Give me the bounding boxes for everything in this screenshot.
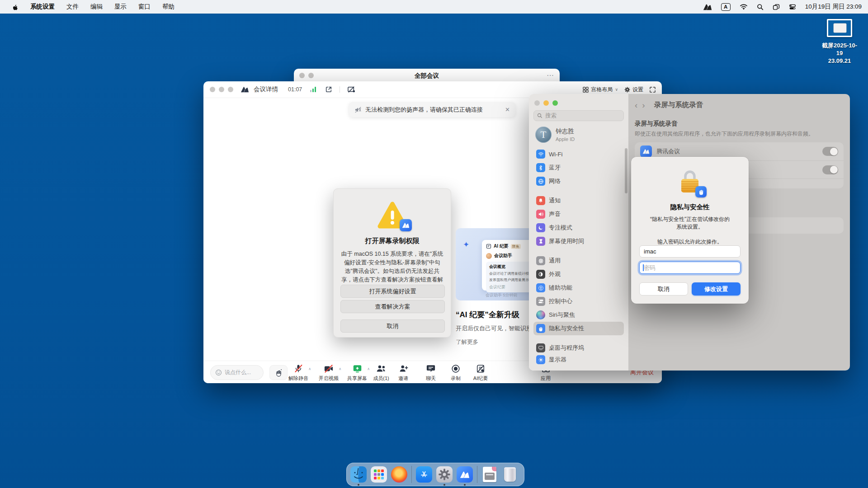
sidebar-item-notifications[interactable]: 通知 — [533, 194, 624, 207]
settings-search-field[interactable] — [533, 110, 624, 121]
desktop-screenshot-file[interactable]: 截屏2025-10-19 23.09.21 — [819, 19, 860, 65]
apple-icon[interactable] — [12, 3, 19, 11]
ai-summary-button[interactable]: AI纪要 — [468, 363, 493, 382]
menu-app-name[interactable]: 系统设置 — [30, 3, 55, 11]
search-input[interactable] — [545, 113, 613, 119]
forward-icon[interactable]: › — [642, 101, 645, 109]
tencent-meeting-status-icon[interactable] — [703, 4, 712, 10]
signal-strength-icon — [310, 87, 316, 92]
globe-icon — [536, 177, 545, 186]
menu-window[interactable]: 窗口 — [138, 3, 151, 11]
sidebar-item-sound[interactable]: 声音 — [533, 207, 624, 221]
dock-firefox[interactable] — [391, 466, 407, 483]
mute-options-caret[interactable]: ∧ — [308, 367, 311, 371]
sidebar-label: Siri与聚焦 — [549, 311, 575, 319]
menu-help[interactable]: 帮助 — [162, 3, 175, 11]
dock-document[interactable] — [481, 466, 498, 483]
tencent-meeting-logo-icon — [241, 86, 249, 93]
members-button[interactable]: 成员(1) — [368, 363, 394, 382]
meeting-settings-button[interactable]: 设置 — [624, 86, 643, 94]
wifi-icon[interactable] — [740, 4, 748, 10]
password-field[interactable] — [639, 262, 741, 274]
all-meetings-titlebar[interactable]: 全部会议 ⋯ — [294, 69, 560, 82]
menu-edit[interactable]: 编辑 — [90, 3, 103, 11]
start-video-button[interactable]: ∧ 开启视频 — [314, 363, 343, 382]
app-store-icon — [416, 466, 432, 483]
meeting-window-title: 会议详情 — [254, 85, 278, 94]
dock-system-settings[interactable] — [436, 466, 453, 483]
zoom-button[interactable] — [552, 100, 558, 106]
fullscreen-icon[interactable] — [650, 87, 656, 93]
sidebar-item-general[interactable]: 通用 — [533, 254, 624, 267]
cancel-button[interactable]: 取消 — [340, 319, 445, 333]
chat-input[interactable]: 说点什么... — [210, 365, 264, 380]
more-icon[interactable]: ⋯ — [547, 71, 554, 80]
finder-icon — [350, 466, 367, 483]
sidebar-label: 辅助功能 — [549, 284, 572, 292]
menu-clock[interactable]: 10月19日 周日 23:09 — [805, 3, 862, 11]
avatar: T — [535, 127, 552, 143]
invite-label: 邀请 — [392, 375, 415, 382]
back-icon[interactable]: ‹ — [635, 101, 637, 109]
sidebar-item-network[interactable]: 网络 — [533, 174, 624, 188]
sidebar-label: 通用 — [549, 257, 561, 265]
minimize-button[interactable] — [219, 87, 224, 92]
dock-finder[interactable] — [350, 466, 367, 483]
sidebar-item-displays[interactable]: 显示器 — [533, 355, 624, 365]
close-button[interactable] — [534, 100, 540, 106]
screenshot-thumbnail[interactable] — [827, 19, 852, 37]
minimize-button[interactable] — [543, 100, 549, 106]
sidebar-item-bluetooth[interactable]: 蓝牙 — [533, 161, 624, 174]
input-method-icon[interactable]: A — [721, 3, 731, 11]
sidebar-item-appearance[interactable]: 外观 — [533, 267, 624, 281]
banner-close-icon[interactable]: ✕ — [505, 106, 510, 113]
sidebar-item-privacy-security[interactable]: 隐私与安全性 — [533, 322, 624, 335]
dock-tencent-meeting[interactable] — [457, 466, 473, 483]
close-button[interactable] — [299, 73, 305, 78]
minimize-button[interactable] — [308, 73, 314, 78]
view-solution-button[interactable]: 查看解决方案 — [340, 300, 445, 313]
share-screen-button[interactable]: ∧ 共享屏幕 — [343, 363, 372, 382]
assistant-name: 会议助手 — [494, 253, 512, 259]
toggle-on[interactable] — [822, 165, 838, 174]
sidebar-item-screentime[interactable]: 屏幕使用时间 — [533, 235, 624, 248]
auth-confirm-button[interactable]: 修改设置 — [692, 282, 741, 296]
dock-divider — [411, 466, 412, 483]
warning-icon — [376, 201, 409, 230]
open-system-preferences-button[interactable]: 打开系统偏好设置 — [340, 285, 445, 298]
close-button[interactable] — [210, 87, 215, 92]
tencent-meeting-badge-icon — [400, 219, 412, 231]
unmute-button[interactable]: ∧ 解除静音 — [284, 363, 313, 382]
sidebar-item-control-center[interactable]: 控制中心 — [533, 295, 624, 308]
sidebar-item-focus[interactable]: 专注模式 — [533, 221, 624, 235]
sidebar-item-desktop-dock[interactable]: 桌面与程序坞 — [533, 341, 624, 355]
chat-button[interactable]: 聊天 — [420, 363, 442, 382]
screenshot-name-line2: 23.09.21 — [819, 57, 860, 65]
windows-icon[interactable] — [773, 4, 780, 10]
zoom-button[interactable] — [228, 87, 233, 92]
control-center-icon[interactable] — [789, 4, 796, 10]
dock-launchpad[interactable] — [371, 466, 387, 483]
auth-cancel-button[interactable]: 取消 — [639, 282, 688, 296]
menu-file[interactable]: 文件 — [66, 3, 79, 11]
pop-out-icon[interactable] — [325, 86, 332, 93]
dock-app-store[interactable] — [416, 466, 432, 483]
sidebar-item-accessibility[interactable]: 辅助功能 — [533, 281, 624, 295]
dock-trash[interactable] — [502, 466, 518, 483]
sidebar-item-siri[interactable]: Siri与聚焦 — [533, 308, 624, 322]
search-icon[interactable] — [757, 4, 764, 10]
toggle-on[interactable] — [822, 147, 838, 156]
screen-record-off-icon[interactable] — [347, 86, 355, 93]
screenshot-name-line1: 截屏2025-10-19 — [819, 42, 860, 57]
menu-view[interactable]: 显示 — [114, 3, 127, 11]
sidebar-scrollbar[interactable] — [625, 148, 627, 193]
invite-button[interactable]: 邀请 — [392, 363, 415, 382]
privacy-hand-icon — [536, 324, 545, 333]
sidebar-item-wifi[interactable]: Wi-Fi — [533, 147, 624, 161]
grid-layout-button[interactable]: 宫格布局 ∨ — [583, 86, 618, 94]
apple-id-row[interactable]: T 钟志胜 Apple ID — [533, 121, 624, 147]
sidebar-label: 专注模式 — [549, 224, 572, 232]
record-button[interactable]: 录制 — [444, 363, 467, 382]
username-field[interactable] — [639, 245, 741, 258]
video-options-caret[interactable]: ∧ — [339, 367, 341, 371]
